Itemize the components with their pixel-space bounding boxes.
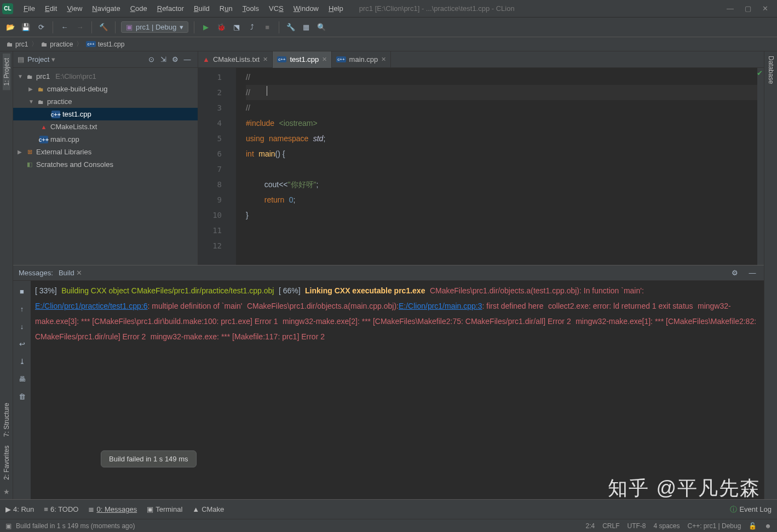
bottom-tool-bar: ▶ 4: Run ≡ 6: TODO ≣ 0: Messages ▣ Termi… bbox=[0, 499, 777, 519]
tree-cmake-build[interactable]: ▶🖿cmake-build-debug bbox=[13, 83, 198, 95]
run-icon[interactable]: ▶ bbox=[200, 21, 212, 33]
up-icon[interactable]: ↑ bbox=[16, 303, 28, 315]
sidebar-structure-tab[interactable]: 7: Structure bbox=[3, 398, 10, 441]
close-icon[interactable]: ✕ bbox=[263, 56, 268, 63]
sidebar-project-tab[interactable]: 1: Project bbox=[3, 54, 10, 90]
save-icon[interactable]: 💾 bbox=[20, 21, 32, 33]
menu-file[interactable]: File bbox=[19, 4, 40, 13]
menu-refactor[interactable]: Refactor bbox=[152, 4, 189, 13]
status-caret-pos[interactable]: 2:4 bbox=[585, 522, 595, 530]
status-indent[interactable]: 4 spaces bbox=[653, 522, 680, 530]
open-icon[interactable]: 📂 bbox=[4, 21, 16, 33]
tab-test1[interactable]: c++test1.cpp✕ bbox=[273, 51, 332, 68]
status-context[interactable]: C++: prc1 | Debug bbox=[688, 522, 741, 530]
status-line-sep[interactable]: CRLF bbox=[602, 522, 619, 530]
gear-icon[interactable]: ⚙ bbox=[729, 267, 741, 279]
tree-cmakelists[interactable]: ▲CMakeLists.txt bbox=[13, 120, 198, 133]
hector-icon[interactable]: ☻ bbox=[764, 522, 772, 530]
gear-icon[interactable]: ⚙ bbox=[169, 54, 181, 66]
print-icon[interactable]: 🖶 bbox=[16, 373, 28, 385]
minimize-icon[interactable]: — bbox=[727, 4, 734, 13]
tab-main[interactable]: c++main.cpp✕ bbox=[332, 51, 391, 68]
tree-maincpp[interactable]: c++main.cpp bbox=[13, 133, 198, 146]
hide-icon[interactable]: — bbox=[746, 267, 758, 279]
menu-tools[interactable]: Tools bbox=[238, 4, 264, 13]
error-link-2[interactable]: E:/Clion/prc1/main.cpp:3 bbox=[399, 302, 482, 310]
scroll-end-icon[interactable]: ⤓ bbox=[16, 355, 28, 367]
bottombar-messages[interactable]: ≣ 0: Messages bbox=[88, 505, 137, 513]
project-tree: ▼🖿prc1E:\Clion\prc1 ▶🖿cmake-build-debug … bbox=[13, 68, 198, 173]
messages-tab-build[interactable]: Build ✕ bbox=[59, 269, 83, 277]
tree-practice[interactable]: ▼🖿practice bbox=[13, 95, 198, 108]
expand-icon[interactable]: ⇲ bbox=[157, 54, 169, 66]
stop-icon[interactable]: ■ bbox=[16, 285, 28, 297]
editor-scrollbar[interactable]: ✔ bbox=[757, 68, 764, 265]
lock-icon[interactable]: 🔓 bbox=[749, 522, 757, 530]
back-icon[interactable]: ← bbox=[59, 21, 71, 33]
error-link-1[interactable]: E:/Clion/prc1/practice/test1.cpp:6 bbox=[35, 302, 147, 310]
menu-run[interactable]: Run bbox=[215, 4, 238, 13]
forward-icon[interactable]: → bbox=[74, 21, 86, 33]
close-icon[interactable]: ✕ bbox=[322, 56, 327, 63]
sidebar-database-tab[interactable]: Database bbox=[767, 51, 775, 88]
code-editor[interactable]: // // // #include <iostream> using names… bbox=[236, 68, 764, 265]
tree-external-libs[interactable]: ▶⊞External Libraries bbox=[13, 146, 198, 158]
run-config-selector[interactable]: ▣ prc1 | Debug ▾ bbox=[121, 21, 188, 33]
inspections-icon[interactable]: ✔ bbox=[757, 69, 763, 77]
tab-cmakelists[interactable]: ▲CMakeLists.txt✕ bbox=[198, 51, 273, 68]
editor-area: ▲CMakeLists.txt✕ c++test1.cpp✕ c++main.c… bbox=[198, 51, 764, 265]
debug-icon[interactable]: 🐞 bbox=[215, 21, 227, 33]
title-bar: CL File Edit View Navigate Code Refactor… bbox=[0, 0, 777, 18]
menu-view[interactable]: View bbox=[62, 4, 87, 13]
status-message: Build failed in 1 s 149 ms (moments ago) bbox=[16, 522, 135, 530]
hide-icon[interactable]: — bbox=[181, 54, 193, 66]
close-icon[interactable]: ✕ bbox=[381, 56, 386, 63]
maximize-icon[interactable]: ▢ bbox=[745, 4, 751, 13]
menu-window[interactable]: Window bbox=[289, 4, 324, 13]
soft-wrap-icon[interactable]: ↩ bbox=[16, 338, 28, 350]
main-toolbar: 📂 💾 ⟳ ← → 🔨 ▣ prc1 | Debug ▾ ▶ 🐞 ⬔ ⤴ ■ 🔧… bbox=[0, 18, 777, 37]
tree-scratches[interactable]: ▶◧Scratches and Consoles bbox=[13, 158, 198, 171]
down-icon[interactable]: ↓ bbox=[16, 320, 28, 332]
breadcrumb-folder[interactable]: 🖿practice bbox=[39, 41, 75, 48]
messages-header: Messages: Build ✕ ⚙ — bbox=[13, 265, 764, 281]
refresh-icon[interactable]: ⟳ bbox=[35, 21, 47, 33]
status-window-icon[interactable]: ▣ bbox=[5, 522, 11, 530]
project-structure-icon[interactable]: ▦ bbox=[300, 21, 312, 33]
breadcrumb: 🖿prc1 〉 🖿practice 〉 c++test1.cpp bbox=[0, 37, 777, 51]
stop-icon[interactable]: ■ bbox=[261, 21, 273, 33]
breadcrumb-file[interactable]: c++test1.cpp bbox=[84, 41, 126, 48]
menu-edit[interactable]: Edit bbox=[40, 4, 62, 13]
right-tool-strip: Database bbox=[764, 51, 777, 499]
bottombar-eventlog[interactable]: ⓘ Event Log bbox=[730, 505, 772, 514]
messages-panel: Messages: Build ✕ ⚙ — ■ ↑ ↓ ↩ ⤓ 🖶 🗑 [ 33… bbox=[13, 265, 764, 499]
status-encoding[interactable]: UTF-8 bbox=[627, 522, 646, 530]
menu-navigate[interactable]: Navigate bbox=[87, 4, 125, 13]
left-tool-strip: 1: Project 7: Structure 2: Favorites ★ bbox=[0, 51, 13, 499]
bottombar-terminal[interactable]: ▣ Terminal bbox=[147, 505, 182, 513]
build-icon[interactable]: 🔨 bbox=[97, 21, 110, 33]
menu-code[interactable]: Code bbox=[125, 4, 152, 13]
coverage-icon[interactable]: ⬔ bbox=[231, 21, 243, 33]
search-icon[interactable]: 🔍 bbox=[315, 21, 327, 33]
tree-root[interactable]: ▼🖿prc1E:\Clion\prc1 bbox=[13, 70, 198, 83]
app-icon: CL bbox=[2, 3, 13, 14]
bottombar-todo[interactable]: ≡ 6: TODO bbox=[44, 505, 78, 513]
menu-build[interactable]: Build bbox=[189, 4, 215, 13]
menu-vcs[interactable]: VCS bbox=[264, 4, 289, 13]
bottombar-cmake[interactable]: ▲ CMake bbox=[192, 505, 224, 513]
fold-column bbox=[228, 68, 236, 265]
menu-help[interactable]: Help bbox=[324, 4, 348, 13]
project-panel-header: ▤ Project ▾ ⊙ ⇲ ⚙ — bbox=[13, 51, 198, 68]
close-icon[interactable]: ✕ bbox=[762, 4, 768, 13]
settings-icon[interactable]: 🔧 bbox=[285, 21, 297, 33]
sidebar-favorites-tab[interactable]: 2: Favorites bbox=[3, 441, 10, 484]
tree-test1[interactable]: c++test1.cpp bbox=[13, 108, 198, 120]
line-gutter: 123456789101112 bbox=[198, 68, 228, 265]
messages-title: Messages: bbox=[19, 269, 53, 277]
breadcrumb-root[interactable]: 🖿prc1 bbox=[4, 41, 30, 48]
profiler-icon[interactable]: ⤴ bbox=[246, 21, 258, 33]
trash-icon[interactable]: 🗑 bbox=[16, 390, 28, 402]
target-icon[interactable]: ⊙ bbox=[145, 54, 157, 66]
bottombar-run[interactable]: ▶ 4: Run bbox=[5, 505, 34, 513]
